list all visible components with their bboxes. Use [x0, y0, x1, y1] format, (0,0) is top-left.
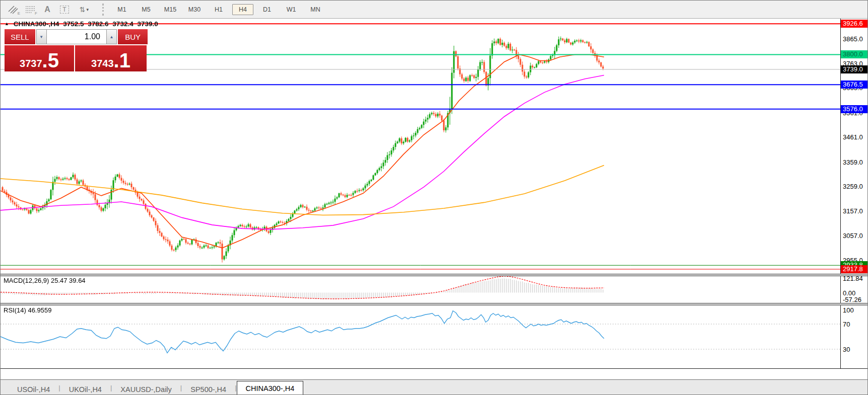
buy-button[interactable]: BUY: [117, 29, 148, 44]
draw-channel-glyph: [8, 5, 18, 14]
price-badge-3676.5: 3676.5: [841, 81, 868, 89]
price-tick-label: 3461.0: [843, 133, 863, 141]
chart-tab-bar: USOil-,H4|UKOil-,H4|XAUUSD-,Daily|SP500-…: [1, 379, 868, 395]
sell-price-main: 3737: [20, 57, 42, 70]
macd-canvas[interactable]: [1, 276, 840, 303]
buy-price-main: 3743: [91, 57, 114, 70]
buy-price-button[interactable]: 3743 .1: [75, 45, 147, 71]
macd-tick-label: -57.26: [843, 296, 861, 303]
rsi-label: RSI(14) 46.9559: [4, 306, 51, 314]
chart-tab-xauusd-daily[interactable]: XAUUSD-,Daily: [112, 383, 180, 395]
text-label-icon[interactable]: A: [39, 3, 56, 16]
timeframe-h4[interactable]: H4: [232, 4, 253, 15]
rsi-canvas[interactable]: [1, 305, 840, 369]
toolbar-grip[interactable]: [102, 4, 106, 16]
ohlc-low: 3732.4: [112, 20, 133, 28]
current-price-badge: 3739.0: [841, 65, 868, 73]
ohlc-close: 3739.0: [137, 20, 158, 28]
price-tick-label: 3157.0: [843, 207, 863, 215]
sell-price-button[interactable]: 3737 .5: [5, 45, 75, 71]
text-tool-icon[interactable]: T: [56, 3, 73, 16]
price-tick-label: 3865.0: [843, 35, 863, 43]
timeframe-d1[interactable]: D1: [256, 4, 278, 15]
ohlc-open: 3752.5: [63, 20, 84, 28]
timeframe-group: M1M5M15M30H1H4D1W1MN: [110, 4, 327, 15]
volume-decrease-button[interactable]: ▼: [36, 29, 47, 44]
rsi-tick-label: 70: [843, 321, 850, 328]
chart-tab-ukoil-h4[interactable]: UKOil-,H4: [60, 383, 110, 395]
price-badge-3576.0: 3576.0: [841, 105, 868, 113]
timeframe-w1[interactable]: W1: [281, 4, 302, 15]
collapse-panel-icon[interactable]: ▲: [5, 21, 9, 26]
one-click-trade-panel: SELL ▼ ▲ BUY 3737 .5 3743 .1: [5, 29, 148, 71]
timeframe-m1[interactable]: M1: [111, 4, 132, 15]
price-badge-2917.8: 2917.8: [841, 265, 868, 273]
fibonacci-sub-label: F: [35, 11, 37, 16]
arrows-icon[interactable]: ⇅ ▾: [73, 3, 95, 16]
fibonacci-icon[interactable]: F: [22, 3, 39, 16]
text-tool-glyph: T: [60, 6, 69, 14]
price-badge-3926.6: 3926.6: [841, 20, 868, 28]
rsi-splitter[interactable]: [1, 303, 868, 305]
price-tick-label: 3259.0: [843, 183, 863, 190]
toolbar: E F A T ⇅ ▾ M1M5M15M30H1H4D1W1MN: [1, 1, 868, 19]
ohlc-high: 3782.6: [88, 20, 108, 28]
symbol-name: CHINA300-,H4: [14, 20, 59, 28]
buy-price-pips: .1: [114, 51, 130, 70]
rsi-tick-label: 100: [843, 306, 854, 314]
volume-increase-button[interactable]: ▲: [106, 29, 117, 44]
price-badge-3800.0: 3800.0: [841, 50, 868, 58]
macd-splitter[interactable]: [1, 274, 868, 276]
trading-platform-window: E F A T ⇅ ▾ M1M5M15M30H1H4D1W1MN: [0, 0, 868, 395]
rsi-tick-label: 30: [843, 346, 850, 353]
timeframe-mn[interactable]: MN: [305, 4, 326, 15]
chart-tab-usoil-h4[interactable]: USOil-,H4: [9, 383, 58, 395]
sell-price-pips: .5: [42, 51, 59, 70]
chart-header: ▲ CHINA300-,H4 3752.5 3782.6 3732.4 3739…: [5, 20, 160, 28]
draw-channel-icon[interactable]: E: [5, 3, 22, 16]
arrows-glyph: ⇅: [80, 6, 86, 14]
fibonacci-glyph: [25, 5, 35, 14]
chart-tab-sp500-h4[interactable]: SP500-,H4: [182, 383, 235, 395]
chart-tab-china300-h4[interactable]: CHINA300-,H4: [237, 381, 304, 395]
price-tick-label: 3359.0: [843, 159, 863, 166]
macd-label: MACD(12,26,9) 25.47 39.64: [4, 277, 86, 284]
timeframe-m15[interactable]: M15: [160, 4, 181, 15]
dropdown-caret-icon: ▾: [87, 7, 89, 12]
time-axis[interactable]: [1, 368, 868, 379]
timeframe-h1[interactable]: H1: [208, 4, 229, 15]
timeframe-m5[interactable]: M5: [136, 4, 157, 15]
channel-sub-label: E: [18, 11, 20, 16]
timeframe-m30[interactable]: M30: [184, 4, 205, 15]
sell-button[interactable]: SELL: [5, 29, 36, 44]
price-tick-label: 3057.0: [843, 232, 863, 240]
text-label-glyph: A: [44, 5, 50, 14]
volume-input[interactable]: [47, 29, 106, 44]
